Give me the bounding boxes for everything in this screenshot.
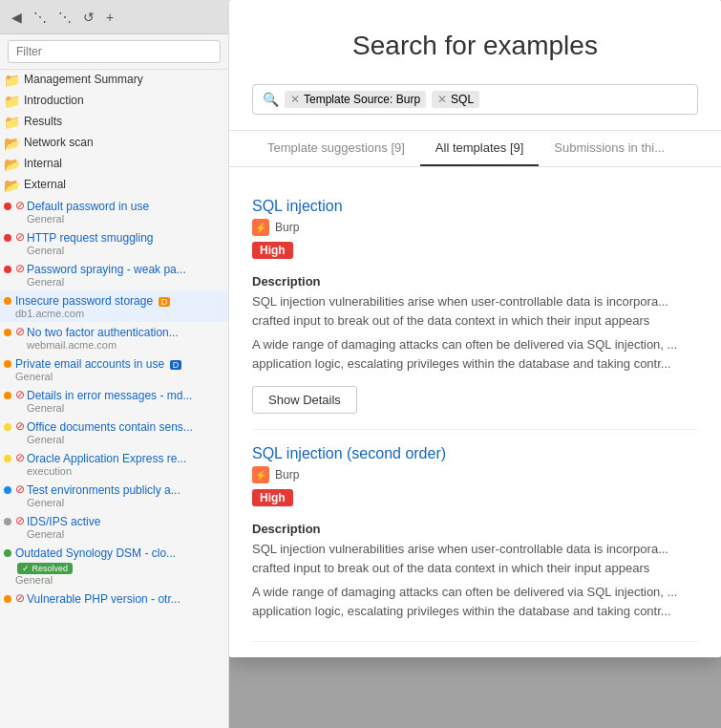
sidebar-item-management-summary[interactable]: 📁 Management Summary xyxy=(0,70,228,91)
sidebar-item-office-docs[interactable]: ⊘ Office documents contain sens... Gener… xyxy=(0,417,228,448)
item-sublabel: webmail.acme.com xyxy=(27,339,224,351)
filter-input[interactable] xyxy=(8,40,221,63)
item-sublabel: General xyxy=(27,497,224,508)
search-modal: Search for examples 🔍 ✕ Template Source:… xyxy=(229,0,721,657)
toolbar-pin2[interactable]: ⋱ xyxy=(54,8,75,27)
modal-overlay: Search for examples 🔍 ✕ Template Source:… xyxy=(229,0,721,728)
folder-open-icon: 📂 xyxy=(4,157,20,172)
result-source-row: ⚡ Burp xyxy=(252,466,698,483)
tab-label: Template suggestions xyxy=(267,140,388,155)
modal-title: Search for examples xyxy=(260,31,690,61)
item-title: Office documents contain sens... xyxy=(27,420,193,434)
sidebar-item-ids-ips[interactable]: ⊘ IDS/IPS active General xyxy=(0,511,228,543)
burp-icon: ⚡ xyxy=(252,466,269,483)
sidebar-item-synology[interactable]: Outdated Synology DSM - clo... ✓ Resolve… xyxy=(0,543,228,589)
filter-tag-sql: ✕ SQL xyxy=(432,91,479,108)
tab-count: [9] xyxy=(391,140,404,155)
sidebar-item-oracle[interactable]: ⊘ Oracle Application Express re... execu… xyxy=(0,448,228,480)
modal-header: Search for examples xyxy=(229,0,721,84)
description-text: SQL injection vulnerabilities arise when… xyxy=(252,540,698,577)
sidebar-item-password-spraying[interactable]: ⊘ Password spraying - weak pa... General xyxy=(0,259,228,290)
item-sublabel: General xyxy=(27,402,224,414)
sidebar-item-details-error[interactable]: ⊘ Details in error messages - md... Gene… xyxy=(0,385,228,417)
filter-tag-source: ✕ Template Source: Burp xyxy=(285,91,426,108)
item-title: Insecure password storage xyxy=(15,294,153,308)
item-title: Details in error messages - md... xyxy=(27,389,192,402)
toolbar: ◀ ⋱ ⋱ ↺ + xyxy=(0,0,228,34)
severity-dot xyxy=(4,595,11,603)
extra-text: A wide range of damaging attacks can oft… xyxy=(252,335,698,373)
item-title: Test environments publicly a... xyxy=(27,483,180,497)
result-title[interactable]: SQL injection (second order) xyxy=(252,445,446,461)
tab-submissions[interactable]: Submissions in thi... xyxy=(539,131,680,166)
sidebar-item-default-password[interactable]: ⊘ Default password in use General xyxy=(0,196,228,227)
item-title: HTTP request smuggling xyxy=(27,231,154,245)
item-sublabel: General xyxy=(15,574,224,586)
source-label: Burp xyxy=(275,221,299,234)
severity-dot xyxy=(4,423,11,431)
sidebar-item-external[interactable]: 📂 External xyxy=(0,175,228,196)
severity-dot xyxy=(4,203,11,210)
sidebar-item-label: Management Summary xyxy=(24,73,143,86)
folder-icon: 📁 xyxy=(4,94,20,109)
remove-tag-icon[interactable]: ✕ xyxy=(437,93,447,106)
stop-icon: ⊘ xyxy=(15,451,25,464)
tab-suggestions[interactable]: Template suggestions [9] xyxy=(252,131,420,166)
folder-icon: 📁 xyxy=(4,115,20,130)
result-card-sql-second: SQL injection (second order) ⚡ Burp High… xyxy=(252,430,698,642)
tab-all[interactable]: All templates [9] xyxy=(420,131,540,166)
description-label: Description xyxy=(252,274,698,289)
item-sublabel: db1.acme.com xyxy=(15,308,224,319)
results-area: SQL injection ⚡ Burp High Description SQ… xyxy=(229,167,721,657)
severity-dot xyxy=(4,549,11,557)
severity-dot xyxy=(4,518,11,525)
left-sidebar: ◀ ⋱ ⋱ ↺ + 📁 Management Summary 📁 Introdu… xyxy=(0,0,229,728)
item-title: Password spraying - weak pa... xyxy=(27,263,186,276)
toolbar-add[interactable]: + xyxy=(102,8,117,27)
resolved-badge: ✓ Resolved xyxy=(17,563,73,574)
item-sublabel: General xyxy=(27,528,224,540)
stop-icon: ⊘ xyxy=(15,230,25,244)
show-details-button[interactable]: Show Details xyxy=(252,386,357,414)
sidebar-item-php[interactable]: ⊘ Vulnerable PHP version - otr... xyxy=(0,589,228,609)
sidebar-item-http-smuggling[interactable]: ⊘ HTTP request smuggling General xyxy=(0,227,228,259)
sidebar-item-network-scan[interactable]: 📂 Network scan xyxy=(0,133,228,154)
stop-icon: ⊘ xyxy=(15,325,25,338)
folder-open-icon: 📂 xyxy=(4,136,20,151)
sidebar-item-label: Results xyxy=(24,115,62,128)
sidebar-item-introduction[interactable]: 📁 Introduction xyxy=(0,91,228,112)
sidebar-item-internal[interactable]: 📂 Internal xyxy=(0,154,228,175)
toolbar-refresh[interactable]: ↺ xyxy=(79,8,98,27)
sidebar-item-no-two-factor[interactable]: ⊘ No two factor authentication... webmai… xyxy=(0,322,228,353)
item-title: Private email accounts in use xyxy=(15,357,164,371)
toolbar-pin1[interactable]: ⋱ xyxy=(30,8,51,27)
tab-label: All templates xyxy=(435,140,506,155)
toolbar-back[interactable]: ◀ xyxy=(8,8,26,27)
burp-icon: ⚡ xyxy=(252,219,269,236)
severity-dot xyxy=(4,297,11,305)
app-container: ◀ ⋱ ⋱ ↺ + 📁 Management Summary 📁 Introdu… xyxy=(0,0,721,728)
folder-open-icon: 📂 xyxy=(4,178,20,193)
item-sublabel: General xyxy=(27,434,224,445)
sidebar-item-private-email[interactable]: Private email accounts in use D General xyxy=(0,353,228,385)
stop-icon: ⊘ xyxy=(15,199,25,212)
item-title: Default password in use xyxy=(27,200,149,213)
severity-dot xyxy=(4,266,11,273)
severity-dot xyxy=(4,486,11,494)
description-text: SQL injection vulnerabilities arise when… xyxy=(252,292,698,330)
remove-tag-icon[interactable]: ✕ xyxy=(290,93,300,106)
item-title: IDS/IPS active xyxy=(27,515,100,528)
tab-label: Submissions in thi... xyxy=(554,140,665,155)
search-input-row[interactable]: 🔍 ✕ Template Source: Burp ✕ SQL xyxy=(252,84,698,115)
result-card-sql-injection: SQL injection ⚡ Burp High Description SQ… xyxy=(252,182,698,430)
sidebar-item-insecure-password[interactable]: Insecure password storage D db1.acme.com xyxy=(0,290,228,322)
sidebar-item-test-env[interactable]: ⊘ Test environments publicly a... Genera… xyxy=(0,480,228,511)
stop-icon: ⊘ xyxy=(15,482,25,496)
sidebar-item-results[interactable]: 📁 Results xyxy=(0,112,228,133)
result-title[interactable]: SQL injection xyxy=(252,198,343,214)
tabs: Template suggestions [9] All templates [… xyxy=(229,131,721,167)
source-label: Burp xyxy=(275,468,299,482)
sidebar-item-label: External xyxy=(24,178,66,191)
severity-badge: High xyxy=(252,489,293,506)
item-sublabel: execution xyxy=(27,465,224,477)
